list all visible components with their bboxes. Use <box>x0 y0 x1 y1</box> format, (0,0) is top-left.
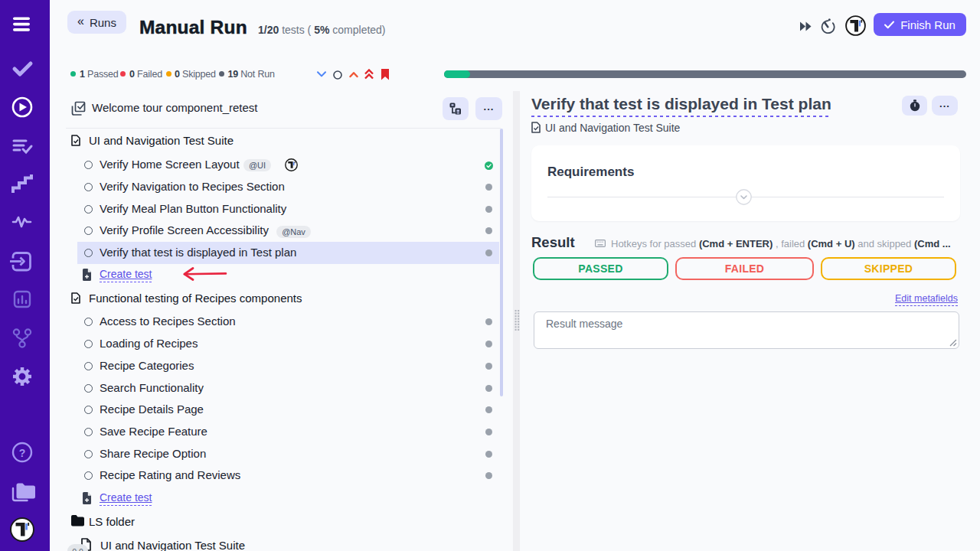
svg-text:?: ? <box>19 447 26 459</box>
